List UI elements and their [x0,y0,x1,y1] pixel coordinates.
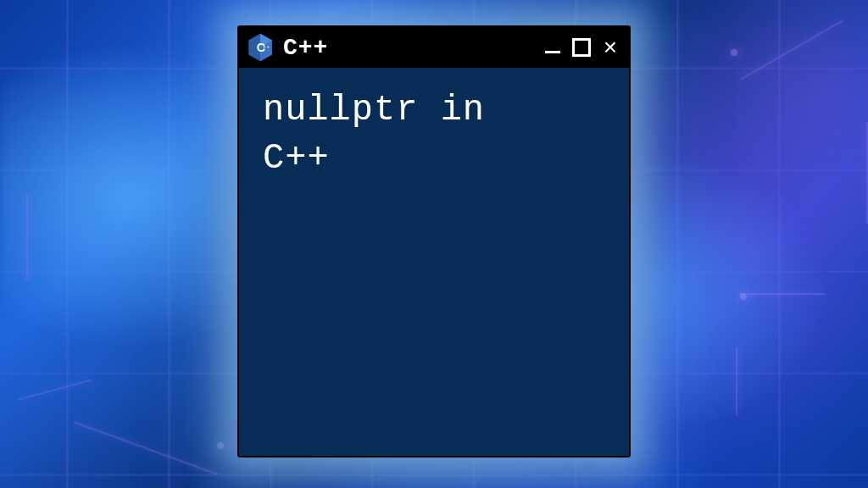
cpp-logo-icon: C + + [248,35,273,60]
window-controls: × [542,37,620,58]
maximize-button[interactable] [571,37,592,58]
terminal-text-line: C++ [263,135,605,183]
titlebar[interactable]: C + + C++ × [239,27,629,68]
minimize-button[interactable] [542,37,563,58]
terminal-window: C + + C++ × nullptr in C++ [237,25,631,458]
svg-text:+: + [264,44,266,49]
close-button[interactable]: × [600,37,620,58]
window-title: C++ [283,35,532,61]
terminal-text-line: nullptr in [263,86,605,135]
svg-text:+: + [267,44,270,49]
terminal-content-area[interactable]: nullptr in C++ [239,68,629,456]
